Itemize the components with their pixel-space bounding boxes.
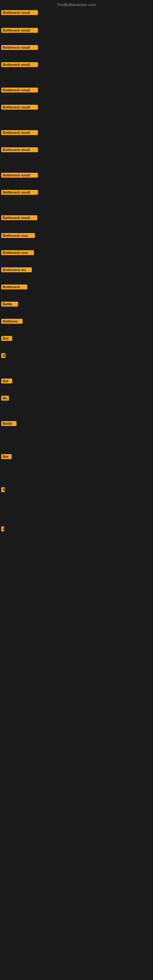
bottleneck-result-badge: Bottleneck <box>1 285 27 290</box>
list-item: Bottleneck resu <box>0 231 153 240</box>
site-title: TheBottlenecker.com <box>0 0 153 8</box>
bottleneck-result-badge: Bottleneck result <box>1 215 37 220</box>
bottleneck-result-badge: Bot <box>1 379 12 383</box>
bottleneck-result-badge: Bottleneck result <box>1 147 38 152</box>
list-item: Bottleneck result <box>0 26 153 35</box>
bottleneck-result-badge: Bottleneck res <box>1 267 32 272</box>
list-item: Bottleneck resu <box>0 248 153 257</box>
bottleneck-result-badge: Bottleneck result <box>1 173 38 178</box>
list-item: Bottleneck result <box>0 60 153 69</box>
list-item: Bottleneck result <box>0 8 153 17</box>
bottleneck-result-badge: Bottleneck result <box>1 130 38 135</box>
list-item: Bot <box>0 377 153 385</box>
list-item: B <box>0 485 153 494</box>
bottleneck-result-badge: Bottle <box>1 302 18 307</box>
list-item: Bottleneck result <box>0 103 153 111</box>
list-item: Bottleneck result <box>0 128 153 137</box>
bottleneck-result-badge: Bottleneck result <box>1 88 38 92</box>
bottleneck-result-badge: B <box>1 487 5 492</box>
bottleneck-result-badge: Bottleneck result <box>1 105 38 110</box>
bottleneck-result-badge: Bottleneck result <box>1 62 38 67</box>
list-item: Bo <box>0 394 153 402</box>
bottleneck-result-badge: Bottle <box>1 421 16 426</box>
list-item: B <box>0 525 153 533</box>
bottleneck-result-badge: Bot <box>1 454 12 459</box>
bottleneck-result-badge: Bottleneck result <box>1 10 38 15</box>
list-item: Bottle <box>0 300 153 309</box>
list-item: B <box>0 351 153 360</box>
list-item: Bottle <box>0 419 153 428</box>
list-item: Bot <box>0 334 153 343</box>
list-item: Bot <box>0 452 153 461</box>
bottleneck-result-badge: Bo <box>1 396 9 401</box>
bottleneck-result-badge: Bottleneck result <box>1 45 38 50</box>
bottleneck-result-badge: Bottleneck result <box>1 28 38 33</box>
list-item: Bottleneck result <box>0 145 153 154</box>
list-item: Bottleneck result <box>0 213 153 222</box>
bottleneck-result-badge: Bottleneck resu <box>1 250 34 255</box>
list-item: Bottleneck result <box>0 171 153 180</box>
bottleneck-result-badge: Bottlenec <box>1 319 22 324</box>
list-item: Bottlenec <box>0 317 153 326</box>
list-item: Bottleneck result <box>0 86 153 94</box>
bottleneck-result-badge: Bottleneck resu <box>1 233 35 238</box>
list-item: Bottleneck <box>0 283 153 291</box>
bottleneck-result-badge: Bot <box>1 336 12 341</box>
list-item: Bottleneck result <box>0 188 153 197</box>
bottleneck-result-badge: B <box>1 353 5 358</box>
list-item: Bottleneck res <box>0 266 153 274</box>
bottleneck-result-badge: B <box>1 527 4 531</box>
bottleneck-result-badge: Bottleneck result <box>1 190 38 195</box>
list-item: Bottleneck result <box>0 43 153 52</box>
